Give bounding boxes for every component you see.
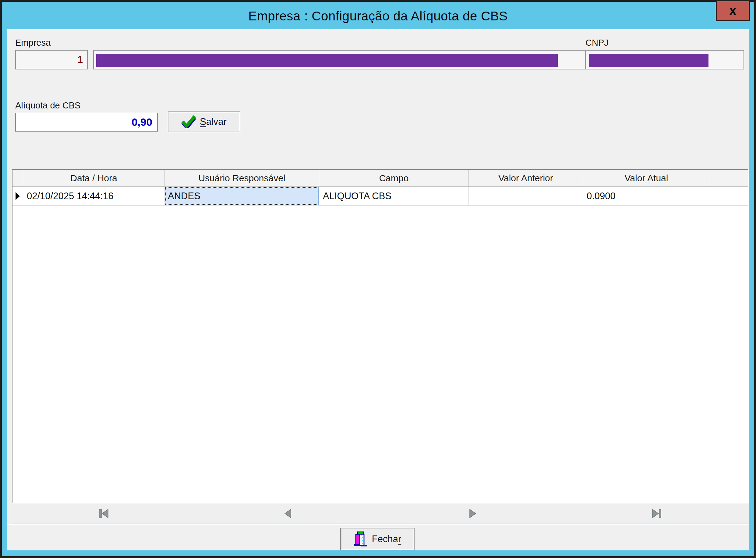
log-grid[interactable]: Data / Hora Usuário Responsável Campo Va… [12, 169, 749, 504]
column-header-filler [710, 170, 748, 186]
column-header-data-hora[interactable]: Data / Hora [23, 170, 165, 186]
current-row-arrow-icon [15, 192, 21, 201]
fechar-button[interactable]: Fechar [340, 528, 414, 550]
nav-first-button[interactable] [12, 504, 196, 523]
cnpj-field[interactable] [585, 50, 744, 70]
empresa-code-field[interactable]: 1 [15, 50, 88, 70]
cell-filler [710, 187, 748, 205]
exit-door-icon [354, 532, 368, 547]
window-title: Empresa : Configuração da Alíquota de CB… [2, 2, 754, 30]
column-header-valor-anterior[interactable]: Valor Anterior [469, 170, 583, 186]
empresa-name-field[interactable] [93, 50, 586, 70]
first-record-icon [98, 508, 110, 519]
dialog-window: Empresa : Configuração da Alíquota de CB… [0, 0, 756, 558]
fechar-button-label: Fechar [372, 534, 401, 544]
titlebar[interactable]: Empresa : Configuração da Alíquota de CB… [2, 2, 754, 30]
column-header-valor-atual[interactable]: Valor Atual [583, 170, 710, 186]
column-header-usuario[interactable]: Usuário Responsável [165, 170, 319, 186]
indicator-column-header [12, 170, 23, 186]
record-navigator [12, 504, 749, 524]
aliquota-label: Alíquota de CBS [15, 101, 80, 110]
dialog-client-area: Empresa 1 CNPJ Alíquota de CBS 0,90 Salv… [7, 29, 749, 550]
prior-record-icon [283, 508, 293, 519]
nav-last-button[interactable] [564, 504, 749, 523]
cell-campo[interactable]: ALIQUOTA CBS [319, 187, 469, 205]
row-indicator-cell [12, 187, 23, 205]
empresa-name-redaction [96, 54, 558, 67]
cell-valor-atual[interactable]: 0.0900 [583, 187, 710, 205]
salvar-button[interactable]: Salvar [168, 111, 240, 132]
next-record-icon [468, 508, 477, 519]
last-record-icon [651, 508, 663, 519]
salvar-button-label: Salvar [200, 116, 227, 127]
cnpj-label: CNPJ [585, 38, 609, 48]
window-frame: Empresa : Configuração da Alíquota de CB… [2, 2, 754, 556]
log-grid-header: Data / Hora Usuário Responsável Campo Va… [12, 170, 748, 187]
bottom-panel: Fechar [7, 524, 749, 550]
nav-next-button[interactable] [380, 504, 565, 523]
cell-valor-anterior[interactable] [469, 187, 583, 205]
checkmark-icon [181, 116, 196, 128]
column-header-campo[interactable]: Campo [319, 170, 469, 186]
empresa-label: Empresa [15, 38, 51, 48]
selected-cell[interactable]: ANDES [165, 187, 319, 205]
cell-user[interactable]: ANDES [165, 187, 319, 205]
table-row[interactable]: 02/10/2025 14:44:16 ANDES ALIQUOTA CBS 0… [12, 187, 748, 206]
nav-prior-button[interactable] [196, 504, 380, 523]
close-icon: x [729, 4, 736, 17]
aliquota-input[interactable]: 0,90 [15, 113, 158, 132]
cnpj-redaction [589, 54, 708, 67]
close-button[interactable]: x [716, 0, 750, 21]
cell-datetime[interactable]: 02/10/2025 14:44:16 [23, 187, 165, 205]
